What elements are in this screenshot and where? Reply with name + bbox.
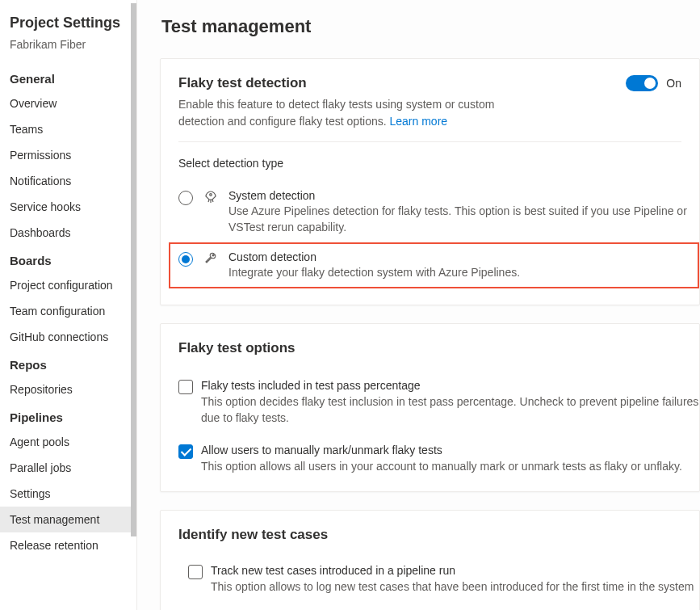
sidebar-item-release-retention[interactable]: Release retention: [0, 532, 136, 558]
svg-point-0: [210, 194, 212, 196]
card-flaky-detection: Flaky test detection Enable this feature…: [160, 58, 700, 305]
sidebar-scrollbar[interactable]: [131, 3, 136, 536]
flaky-options-title: Flaky test options: [178, 340, 699, 356]
divider: [178, 141, 681, 142]
checkbox-row-manual-mark: Allow users to manually mark/unmark flak…: [178, 444, 699, 474]
sidebar-item-parallel-jobs[interactable]: Parallel jobs: [0, 455, 136, 481]
sidebar-item-settings[interactable]: Settings: [0, 481, 136, 507]
page-title: Test management: [160, 16, 700, 37]
card-identify-new: Identify new test cases Track new test c…: [160, 510, 700, 610]
sidebar-item-agent-pools[interactable]: Agent pools: [0, 429, 136, 455]
sidebar-item-project-configuration[interactable]: Project configuration: [0, 272, 136, 298]
checkbox-pass-percentage-title: Flaky tests included in test pass percen…: [201, 379, 699, 392]
radio-system-detection[interactable]: System detection Use Azure Pipelines det…: [178, 183, 699, 242]
sidebar-section-general: General: [0, 64, 136, 90]
learn-more-link[interactable]: Learn more: [390, 115, 448, 128]
sidebar-item-service-hooks[interactable]: Service hooks: [0, 194, 136, 220]
detection-type-label: Select detection type: [178, 157, 699, 170]
sidebar-section-pipelines: Pipelines: [0, 402, 136, 429]
radio-system-title: System detection: [228, 189, 691, 202]
checkbox-pass-percentage[interactable]: [178, 380, 193, 394]
checkbox-row-track-new: Track new test cases introduced in a pip…: [178, 564, 699, 595]
sidebar-item-repositories[interactable]: Repositories: [0, 377, 136, 402]
flaky-detection-toggle-label: On: [666, 77, 681, 90]
radio-input-custom[interactable]: [178, 252, 193, 267]
radio-custom-title: Custom detection: [228, 250, 698, 263]
wrench-icon: [204, 252, 217, 267]
rocket-icon: [204, 191, 217, 206]
checkbox-row-pass-percentage: Flaky tests included in test pass percen…: [178, 379, 699, 427]
sidebar-item-overview[interactable]: Overview: [0, 90, 136, 116]
card-flaky-options: Flaky test options Flaky tests included …: [160, 323, 700, 492]
flaky-detection-title: Flaky test detection: [178, 75, 526, 91]
checkbox-manual-mark-description: This option allows all users in your acc…: [201, 458, 699, 474]
checkbox-track-new-description: This option allows to log new test cases…: [211, 578, 699, 595]
sidebar-item-notifications[interactable]: Notifications: [0, 168, 136, 194]
sidebar-section-repos: Repos: [0, 350, 136, 377]
sidebar-section-boards: Boards: [0, 246, 136, 272]
sidebar-item-test-management[interactable]: Test management: [0, 507, 136, 532]
sidebar-item-permissions[interactable]: Permissions: [0, 142, 136, 168]
radio-custom-detection[interactable]: Custom detection Integrate your flaky de…: [169, 242, 699, 288]
checkbox-manual-mark-title: Allow users to manually mark/unmark flak…: [201, 444, 699, 456]
radio-system-description: Use Azure Pipelines detection for flaky …: [228, 203, 691, 236]
flaky-detection-toggle[interactable]: [626, 75, 658, 91]
sidebar: Project Settings Fabrikam Fiber General …: [0, 0, 137, 610]
checkbox-track-new-title: Track new test cases introduced in a pip…: [211, 564, 699, 577]
sidebar-item-team-configuration[interactable]: Team configuration: [0, 298, 136, 324]
checkbox-manual-mark[interactable]: [178, 444, 193, 459]
identify-new-title: Identify new test cases: [178, 527, 699, 543]
sidebar-project-name: Fabrikam Fiber: [0, 36, 136, 64]
main-content: Test management Flaky test detection Ena…: [137, 0, 700, 610]
radio-custom-description: Integrate your flaky detection system wi…: [228, 264, 698, 280]
radio-input-system[interactable]: [178, 191, 193, 205]
checkbox-pass-percentage-description: This option decides flaky test inclusion…: [201, 393, 699, 427]
sidebar-title: Project Settings: [0, 11, 136, 36]
sidebar-item-dashboards[interactable]: Dashboards: [0, 220, 136, 246]
sidebar-item-github-connections[interactable]: GitHub connections: [0, 324, 136, 350]
flaky-detection-description: Enable this feature to detect flaky test…: [178, 96, 526, 130]
checkbox-track-new[interactable]: [188, 565, 203, 579]
sidebar-item-teams[interactable]: Teams: [0, 116, 136, 142]
